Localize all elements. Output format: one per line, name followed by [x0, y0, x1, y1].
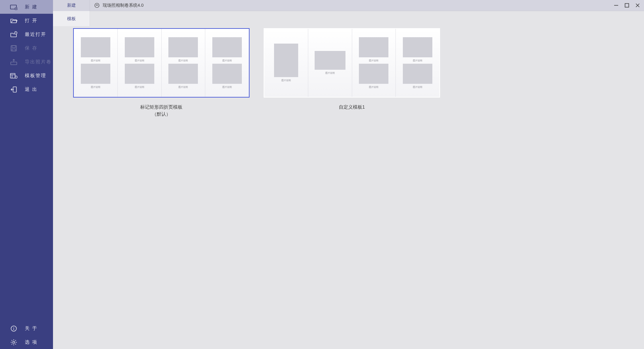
template-title: 标记矩形四折页模板 （默认）	[140, 104, 182, 118]
placeholder-caption: 图片说明	[91, 59, 100, 62]
preview-page: 图片说明 图片说明	[162, 29, 206, 97]
sidebar-item-template-mgmt[interactable]: 模板管理	[0, 69, 53, 82]
sidebar-item-label: 最近打开	[25, 32, 46, 38]
preview-page: 图片说明	[264, 29, 308, 97]
placeholder-caption: 图片说明	[369, 59, 379, 62]
sidebar-item-new[interactable]: 新 建	[0, 0, 53, 14]
folder-recent-icon	[10, 31, 17, 38]
sidebar-item-label: 选 项	[25, 339, 38, 345]
placeholder-image	[168, 64, 198, 84]
placeholder-image	[81, 37, 110, 57]
placeholder-caption: 图片说明	[178, 59, 188, 62]
placeholder-image	[212, 64, 242, 84]
sidebar-item-about[interactable]: 关 于	[0, 322, 53, 335]
preview-page: 图片说明 图片说明	[352, 29, 396, 97]
svg-line-24	[12, 344, 12, 344]
placeholder-caption: 图片说明	[135, 59, 144, 62]
close-icon[interactable]	[635, 2, 641, 8]
sidebar-item-label: 模板管理	[25, 73, 46, 79]
minimize-icon[interactable]	[613, 2, 619, 8]
preview-page: 图片说明 图片说明	[118, 29, 162, 97]
sidebar-item-options[interactable]: 选 项	[0, 335, 53, 349]
template-mgmt-icon	[10, 72, 17, 79]
preview-page: 图片说明 图片说明	[396, 29, 439, 97]
template-title: 自定义模板1	[339, 104, 365, 111]
svg-line-25	[15, 340, 16, 341]
placeholder-caption: 图片说明	[178, 85, 188, 89]
folder-open-icon	[10, 17, 17, 24]
window-controls	[613, 2, 644, 8]
placeholder-image	[168, 37, 198, 57]
placeholder-caption: 图片说明	[325, 71, 335, 75]
placeholder-image	[403, 37, 432, 57]
placeholder-image	[359, 37, 388, 57]
sidebar-item-open[interactable]: 打 开	[0, 14, 53, 27]
titlebar-tab-new[interactable]: 新建	[53, 0, 90, 11]
app-icon	[94, 2, 100, 8]
placeholder-caption: 图片说明	[281, 79, 291, 82]
gear-icon	[10, 339, 17, 346]
sidebar: 新 建 打 开 最近打开 保 存 导出照片卷 模板管理 退 出	[0, 0, 53, 349]
template-preview: 图片说明 图片说明 图片说明 图片说明 图片说明 图片说明	[73, 28, 250, 98]
new-icon	[10, 3, 17, 11]
svg-rect-7	[12, 49, 15, 51]
placeholder-image	[315, 51, 345, 70]
svg-rect-6	[12, 46, 15, 48]
svg-point-15	[13, 327, 14, 328]
preview-page: 图片说明 图片说明	[205, 29, 249, 97]
sidebar-item-save: 保 存	[0, 41, 53, 55]
svg-rect-8	[11, 62, 17, 65]
sidebar-item-export: 导出照片卷	[0, 55, 53, 69]
info-icon	[10, 325, 17, 332]
sidebar-item-label: 新 建	[25, 4, 38, 10]
sidebar-item-label: 打 开	[25, 18, 38, 24]
subtab-label: 模板	[67, 16, 76, 22]
template-preview: 图片说明 图片说明 图片说明 图片说明 图片说明	[264, 28, 440, 98]
sidebar-item-label: 关 于	[25, 326, 38, 332]
app-title-area: 现场照相制卷系统4.0	[90, 2, 144, 8]
category-tabs: 模板	[53, 11, 644, 26]
placeholder-image	[274, 44, 298, 77]
svg-point-27	[97, 5, 97, 6]
subtab-templates[interactable]: 模板	[53, 11, 90, 26]
svg-point-17	[13, 341, 15, 343]
preview-page: 图片说明 图片说明	[74, 29, 118, 97]
placeholder-caption: 图片说明	[91, 85, 100, 89]
placeholder-caption: 图片说明	[222, 59, 232, 62]
placeholder-caption: 图片说明	[222, 85, 232, 89]
template-name: 自定义模板1	[339, 104, 365, 111]
svg-line-22	[12, 340, 12, 341]
template-subtitle: （默认）	[140, 111, 182, 118]
content: 图片说明 图片说明 图片说明 图片说明 图片说明 图片说明	[53, 26, 644, 349]
main-area: 新建 现场照相制卷系统4.0 模板	[53, 0, 644, 349]
template-card[interactable]: 图片说明 图片说明 图片说明 图片说明 图片说明	[264, 28, 440, 111]
template-card[interactable]: 图片说明 图片说明 图片说明 图片说明 图片说明 图片说明	[73, 28, 250, 118]
preview-page: 图片说明	[308, 29, 352, 97]
svg-rect-29	[625, 4, 629, 7]
placeholder-image	[403, 64, 432, 84]
placeholder-caption: 图片说明	[135, 85, 144, 89]
svg-line-23	[15, 344, 16, 344]
titlebar: 新建 现场照相制卷系统4.0	[53, 0, 644, 11]
sidebar-item-recent[interactable]: 最近打开	[0, 27, 53, 41]
placeholder-caption: 图片说明	[413, 85, 423, 89]
placeholder-caption: 图片说明	[369, 85, 379, 89]
titlebar-tab-label: 新建	[67, 2, 76, 8]
placeholder-image	[212, 37, 242, 57]
placeholder-image	[125, 64, 154, 84]
export-icon	[10, 58, 17, 66]
save-icon	[10, 45, 17, 52]
maximize-icon[interactable]	[624, 2, 630, 8]
placeholder-caption: 图片说明	[413, 59, 423, 62]
placeholder-image	[359, 64, 388, 84]
sidebar-item-label: 保 存	[25, 45, 38, 51]
placeholder-image	[125, 37, 154, 57]
sidebar-item-label: 导出照片卷	[25, 59, 52, 65]
template-list: 图片说明 图片说明 图片说明 图片说明 图片说明 图片说明	[73, 28, 624, 118]
template-name: 标记矩形四折页模板	[140, 104, 182, 111]
svg-rect-9	[10, 73, 15, 78]
placeholder-image	[81, 64, 110, 84]
sidebar-item-exit[interactable]: 退 出	[0, 82, 53, 96]
exit-icon	[10, 86, 17, 93]
app-title: 现场照相制卷系统4.0	[103, 2, 144, 8]
